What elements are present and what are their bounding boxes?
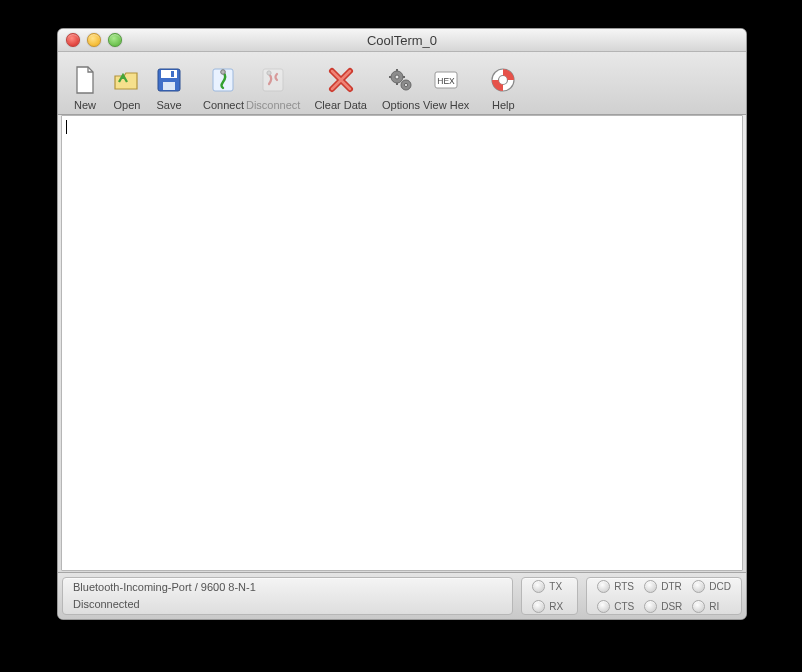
- connection-state: Disconnected: [73, 596, 502, 613]
- led-icon: [692, 600, 705, 613]
- zoom-icon[interactable]: [108, 33, 122, 47]
- toolbar-label: Save: [156, 99, 181, 111]
- close-icon[interactable]: [66, 33, 80, 47]
- hex-icon: HEX: [430, 64, 462, 96]
- lifebuoy-icon: [487, 64, 519, 96]
- tx-indicator: TX: [532, 577, 563, 595]
- txrx-panel: TX RX: [521, 577, 578, 615]
- led-icon: [644, 600, 657, 613]
- led-icon: [532, 580, 545, 593]
- svg-rect-6: [263, 69, 283, 91]
- file-icon: [69, 64, 101, 96]
- plug-icon: [207, 64, 239, 96]
- toolbar-label: Disconnect: [246, 99, 300, 111]
- led-icon: [597, 580, 610, 593]
- floppy-icon: [153, 64, 185, 96]
- toolbar: New Open Save: [58, 52, 746, 115]
- dtr-indicator: DTR: [644, 577, 682, 595]
- toolbar-label: Open: [114, 99, 141, 111]
- folder-open-icon: [111, 64, 143, 96]
- connect-button[interactable]: Connect: [202, 55, 245, 111]
- led-icon: [692, 580, 705, 593]
- status-bar: Bluetooth-Incoming-Port / 9600 8-N-1 Dis…: [58, 572, 746, 619]
- save-button[interactable]: Save: [148, 55, 190, 111]
- minimize-icon[interactable]: [87, 33, 101, 47]
- toolbar-label: Connect: [203, 99, 244, 111]
- lines-panel: RTS DTR DCD CTS DSR: [586, 577, 742, 615]
- toolbar-label: New: [74, 99, 96, 111]
- open-button[interactable]: Open: [106, 55, 148, 111]
- text-cursor: [66, 120, 67, 134]
- dcd-indicator: DCD: [692, 577, 731, 595]
- toolbar-label: Clear Data: [314, 99, 367, 111]
- disconnect-button: Disconnect: [245, 55, 301, 111]
- port-info: Bluetooth-Incoming-Port / 9600 8-N-1: [73, 579, 502, 596]
- x-icon: [325, 64, 357, 96]
- clear-data-button[interactable]: Clear Data: [313, 55, 368, 111]
- ri-indicator: RI: [692, 597, 731, 615]
- indicator-label: RI: [709, 601, 719, 612]
- svg-point-11: [404, 83, 407, 86]
- led-icon: [532, 600, 545, 613]
- svg-point-5: [221, 70, 226, 75]
- toolbar-label: View Hex: [423, 99, 469, 111]
- svg-text:HEX: HEX: [437, 76, 455, 86]
- terminal-output[interactable]: [61, 115, 743, 571]
- view-hex-button[interactable]: HEX View Hex: [422, 55, 470, 111]
- svg-point-9: [395, 75, 399, 79]
- options-button[interactable]: Options: [380, 55, 422, 111]
- led-icon: [597, 600, 610, 613]
- indicator-label: RTS: [614, 581, 634, 592]
- svg-point-7: [267, 71, 271, 75]
- rx-indicator: RX: [532, 597, 563, 615]
- svg-rect-1: [161, 70, 177, 78]
- app-window: CoolTerm_0 New Open: [57, 28, 747, 620]
- indicator-label: DSR: [661, 601, 682, 612]
- unplug-icon: [257, 64, 289, 96]
- help-button[interactable]: Help: [482, 55, 524, 111]
- window-title: CoolTerm_0: [367, 33, 437, 48]
- indicator-label: CTS: [614, 601, 634, 612]
- rts-indicator: RTS: [597, 577, 634, 595]
- svg-point-19: [499, 76, 508, 85]
- svg-rect-2: [163, 82, 175, 90]
- indicator-label: DTR: [661, 581, 682, 592]
- indicator-label: RX: [549, 601, 563, 612]
- port-status-panel: Bluetooth-Incoming-Port / 9600 8-N-1 Dis…: [62, 577, 513, 615]
- gears-icon: [385, 64, 417, 96]
- svg-rect-3: [171, 71, 174, 77]
- indicator-label: DCD: [709, 581, 731, 592]
- titlebar: CoolTerm_0: [58, 29, 746, 52]
- cts-indicator: CTS: [597, 597, 634, 615]
- indicator-label: TX: [549, 581, 562, 592]
- dsr-indicator: DSR: [644, 597, 682, 615]
- led-icon: [644, 580, 657, 593]
- window-controls: [66, 33, 122, 47]
- toolbar-label: Options: [382, 99, 420, 111]
- toolbar-label: Help: [492, 99, 515, 111]
- new-button[interactable]: New: [64, 55, 106, 111]
